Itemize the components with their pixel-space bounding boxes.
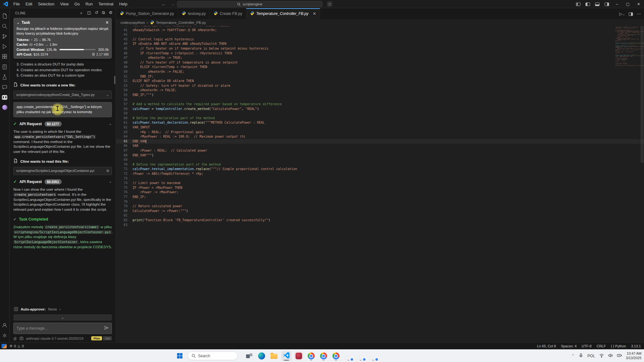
tab-create-fb-py[interactable]: Create FB.py: [210, 8, 246, 19]
code-line-76[interactable]: 76 rPower := rMaxPower;: [116, 190, 644, 195]
collapse-bar[interactable]: ⌄: [13, 314, 112, 321]
code-line-83[interactable]: 83: [116, 223, 644, 228]
taskbar-icon-chrome-profile[interactable]: [368, 351, 378, 361]
menu-terminal[interactable]: Terminal: [96, 1, 116, 7]
taskbar-icon-vscode[interactable]: [281, 351, 291, 361]
extensions-icon[interactable]: [1, 51, 9, 62]
code-line-42[interactable]: 42: [116, 32, 644, 37]
menu-view[interactable]: View: [58, 1, 71, 7]
errors-icon[interactable]: ⊘: [10, 344, 12, 348]
camera-icon[interactable]: [19, 337, 24, 340]
run-python-icon[interactable]: ▷⌄: [619, 11, 625, 16]
start-button[interactable]: [175, 351, 184, 361]
chat-scroll-area[interactable]: ⌄ Task ✕ Bazując na plikach w folderze c…: [10, 18, 116, 304]
code-line-41[interactable]: 41xReadyToSwitch := fbOffTimer.Q OR xHea…: [116, 28, 644, 33]
minimize-button[interactable]: –: [612, 0, 622, 8]
act-mode-badge[interactable]: Act: [103, 336, 112, 340]
code-line-45[interactable]: 45 // Turn heater on if temperature is b…: [116, 46, 644, 51]
code-line-60[interactable]: 60# Define the declaration part of the m…: [116, 116, 644, 121]
customize-layout-icon[interactable]: [573, 0, 583, 8]
chevron-down-icon[interactable]: ⌄: [109, 121, 112, 126]
file-path-box[interactable]: scriptengine/codesyspython/Create_Data_T…: [13, 91, 112, 99]
chevron-down-icon[interactable]: ⌄: [109, 179, 112, 184]
task-close-icon[interactable]: ✕: [106, 20, 109, 25]
tab-pump-station-generator-py[interactable]: Pump_Station_Generator.py: [116, 8, 178, 19]
plan-mode-badge[interactable]: Plan: [91, 336, 102, 340]
code-area[interactable]: 40fbOffTimer(IN := NOT xHeaterOn, PT := …: [116, 26, 644, 342]
api-request-row[interactable]: ✓API Request$0.0351⌄: [13, 179, 112, 185]
tab-temperature-controller-fb-py[interactable]: Temperature_Controller_FB.py✕: [246, 8, 320, 19]
language-indicator[interactable]: POL: [587, 354, 595, 358]
breadcrumb[interactable]: codesyspython › Temperature_Controller_F…: [116, 19, 644, 26]
mention-icon[interactable]: @: [13, 337, 17, 340]
file-path-box[interactable]: scriptengine/ScriptIecLanguageObjectCont…: [13, 167, 112, 175]
code-line-69[interactable]: 69: [116, 158, 644, 162]
run-and-debug-icon[interactable]: [1, 41, 9, 51]
toggle-secondary-sidebar-icon[interactable]: [602, 0, 612, 8]
code-line-48[interactable]: 48 // Turn heater off if temperature is …: [116, 60, 644, 65]
status-item[interactable]: Spaces: 4: [561, 344, 577, 348]
forward-icon[interactable]: →: [170, 2, 175, 7]
code-line-64[interactable]: 64 rMaxPower : REAL := 100.0; // Maximum…: [116, 134, 644, 139]
status-item[interactable]: UTF-8: [582, 344, 592, 348]
code-line-79[interactable]: 79// Return calculated power: [116, 204, 644, 209]
taskbar-search[interactable]: Search: [188, 352, 238, 360]
settings-icon[interactable]: ⚙: [109, 10, 113, 16]
back-icon[interactable]: ←: [161, 2, 166, 7]
code-line-54[interactable]: 54 xHeaterOn := FALSE;: [116, 88, 644, 93]
code-line-56[interactable]: 56: [116, 98, 644, 102]
breadcrumb-file[interactable]: Temperature_Controller_FB.py: [156, 21, 206, 24]
trash-icon[interactable]: [92, 52, 95, 56]
explorer-icon[interactable]: [1, 11, 9, 21]
taskbar-icon-chrome[interactable]: [331, 351, 341, 361]
message-input[interactable]: Type a message...: [13, 323, 112, 334]
status-item[interactable]: 3.13.1: [631, 344, 641, 348]
testing-flask-icon[interactable]: [1, 72, 9, 82]
code-line-51[interactable]: 51 END_IF;: [116, 74, 644, 79]
code-line-59[interactable]: 59: [116, 111, 644, 116]
api-request-row[interactable]: ✓API Request$0.1277⌄: [13, 121, 112, 127]
cline-robot-icon[interactable]: [1, 92, 9, 102]
volume-icon[interactable]: [608, 353, 613, 359]
menu-go[interactable]: Go: [72, 1, 82, 7]
tray-chevron-icon[interactable]: ⌃: [572, 354, 574, 358]
code-line-82[interactable]: 82print("Function Block 'FB_TemperatureC…: [116, 218, 644, 223]
source-control-icon[interactable]: [1, 31, 9, 41]
open-external-icon[interactable]: ⧉: [102, 10, 105, 16]
send-icon[interactable]: [104, 326, 109, 331]
code-line-44[interactable]: 44IF xEnable AND NOT xAlarm AND xReadyTo…: [116, 42, 644, 46]
code-line-80[interactable]: 80CalculatePower := rPower;"""): [116, 209, 644, 214]
code-line-46[interactable]: 46 IF rCurrentTemp < (rSetpoint - rHyste…: [116, 51, 644, 56]
code-line-73[interactable]: 73: [116, 176, 644, 181]
model-name[interactable]: anthropic:claude-3-7-sonnet-20250219: [26, 337, 84, 340]
editor-scrollbar[interactable]: [640, 26, 644, 342]
open-external-icon[interactable]: ⧉: [106, 168, 109, 173]
maximize-button[interactable]: ▢: [622, 0, 633, 8]
code-line-58[interactable]: 58calcPower = tempController.create_meth…: [116, 107, 644, 112]
code-line-74[interactable]: 74// Limit power to maximum: [116, 181, 644, 186]
menu-selection[interactable]: Selection: [36, 1, 57, 7]
split-editor-icon[interactable]: [629, 11, 633, 16]
status-item[interactable]: CRLF: [597, 344, 606, 348]
close-button[interactable]: ✕: [633, 0, 644, 8]
search-icon[interactable]: [1, 21, 9, 31]
auto-approve-row[interactable]: Auto-approve: None ›: [13, 306, 112, 312]
status-item[interactable]: Ln 65, Col 8: [537, 344, 556, 348]
taskbar-icon-taskview[interactable]: [244, 351, 254, 361]
command-center-search[interactable]: scriptengine: [177, 1, 323, 7]
warnings-icon[interactable]: △: [17, 344, 20, 348]
code-line-55[interactable]: 55END_IF;"""): [116, 93, 644, 98]
code-line-61[interactable]: 61calcPower.textual_declaration.replace(…: [116, 120, 644, 125]
taskbar-icon-chrome[interactable]: [306, 351, 316, 361]
code-line-77[interactable]: 77END_IF;: [116, 195, 644, 200]
chevron-down-icon[interactable]: ⌄: [106, 92, 109, 97]
taskbar-icon-ruby[interactable]: [294, 351, 304, 361]
menu-help[interactable]: Help: [117, 1, 130, 7]
code-line-53[interactable]: 53 // Safety: turn off heater if disable…: [116, 84, 644, 88]
code-line-62[interactable]: 62VAR_INPUT: [116, 125, 644, 130]
chevron-down-icon[interactable]: ⌄: [17, 20, 20, 25]
new-task-icon[interactable]: ＋: [79, 10, 83, 16]
code-line-78[interactable]: 78: [116, 200, 644, 204]
history-icon[interactable]: ↺: [95, 10, 98, 16]
code-line-43[interactable]: 43// Control logic with hysteresis: [116, 37, 644, 42]
